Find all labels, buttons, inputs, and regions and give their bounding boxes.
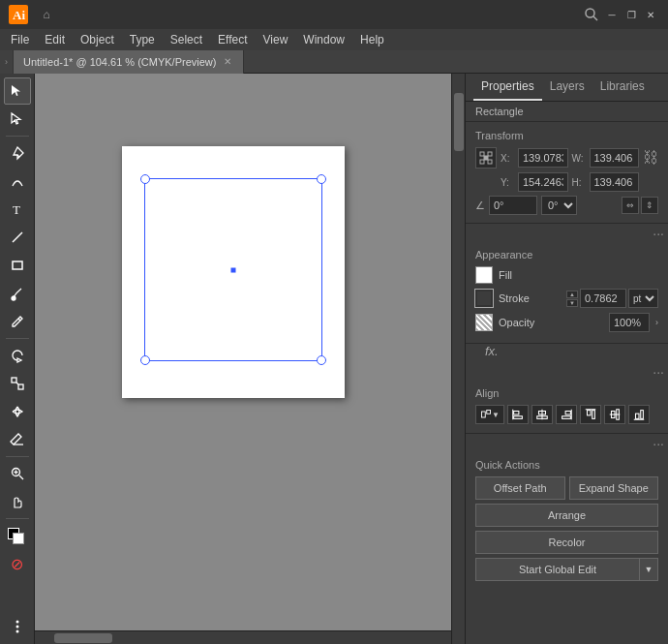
horizontal-scrollbar[interactable] [35,630,451,644]
stroke-swatch[interactable] [475,290,493,307]
svg-rect-9 [12,378,16,383]
align-to-dropdown[interactable]: ▼ [475,405,504,424]
stroke-unit-dropdown[interactable]: pt [628,289,658,308]
align-left-button[interactable] [507,405,529,424]
canvas-area[interactable] [35,74,465,644]
menu-view[interactable]: View [257,31,295,48]
angle-input[interactable] [489,196,537,215]
warp-tool[interactable] [4,398,31,425]
more-tools[interactable] [4,613,31,640]
w-input[interactable] [590,148,640,168]
menu-type[interactable]: Type [123,31,162,48]
menu-effect[interactable]: Effect [211,31,254,48]
zoom-tool[interactable] [4,460,31,487]
menu-help[interactable]: Help [353,31,391,48]
eraser-tool[interactable] [4,426,31,453]
artboard [122,146,345,398]
paintbrush-tool[interactable] [4,280,31,307]
minimize-button[interactable]: ─ [602,5,622,24]
arrange-button[interactable]: Arrange [475,504,658,527]
tab-close-button[interactable]: ✕ [222,56,233,68]
stroke-input[interactable] [580,289,626,308]
pen-tool[interactable] [4,139,31,167]
pencil-tool[interactable] [4,308,31,335]
transform-more-button[interactable]: ··· [653,226,664,241]
appearance-more-button[interactable]: ··· [653,364,664,380]
svg-rect-21 [488,152,492,156]
tab-properties[interactable]: Properties [473,74,542,101]
recolor-button[interactable]: Recolor [475,531,658,554]
transform-anchor-icon[interactable] [475,147,497,169]
type-tool[interactable]: T [4,196,31,223]
corner-handle-br[interactable] [317,355,326,365]
stroke-up-button[interactable]: ▲ [566,291,578,298]
tab-libraries[interactable]: Libraries [592,74,653,101]
horizontal-scroll-thumb[interactable] [54,633,112,643]
transform-more: ··· [466,224,668,243]
corner-handle-tr[interactable] [317,174,326,184]
corner-handle-bl[interactable] [140,355,150,365]
expand-shape-button[interactable]: Expand Shape [569,476,659,500]
svg-point-2 [586,9,594,17]
align-right-button[interactable] [556,405,577,424]
offset-path-button[interactable]: Offset Path [475,476,565,500]
hand-tool[interactable] [4,488,31,515]
menu-file[interactable]: File [4,31,36,48]
vertical-scroll-thumb[interactable] [454,93,464,151]
app-logo: Ai [8,4,29,25]
fill-swatch[interactable] [475,266,493,284]
angle-dropdown[interactable]: 0° [541,196,577,215]
line-tool[interactable] [4,224,31,251]
selected-rectangle[interactable] [144,178,322,361]
tab-layers[interactable]: Layers [542,74,592,101]
svg-rect-23 [488,160,492,164]
x-input[interactable] [518,148,568,168]
angle-label: ∠ [475,199,485,212]
svg-text:Ai: Ai [13,8,25,22]
home-icon[interactable]: ⌂ [37,5,56,24]
fx-label[interactable]: fx. [475,342,508,362]
stroke-down-button[interactable]: ▼ [566,299,578,307]
menu-window[interactable]: Window [296,31,351,48]
start-global-edit-button[interactable]: Start Global Edit [475,558,639,581]
scale-tool[interactable] [4,370,31,397]
align-center-h-button[interactable] [531,405,553,424]
flip-vertical-button[interactable]: ⇕ [641,197,658,214]
start-global-edit-dropdown: Start Global Edit ▼ [475,558,658,581]
svg-line-5 [13,232,22,242]
corner-handle-tl[interactable] [140,174,150,184]
menu-object[interactable]: Object [74,31,121,48]
object-type-label: Rectangle [466,102,668,122]
rotate-tool[interactable] [4,342,31,369]
doc-tab-title: Untitled-1* @ 104.61 % (CMYK/Preview) [23,56,216,68]
fill-stroke-swatches[interactable] [4,522,31,549]
align-bottom-button[interactable] [628,405,650,424]
svg-rect-25 [482,412,486,417]
vertical-scrollbar[interactable] [451,74,465,644]
opacity-arrow[interactable]: › [655,318,658,327]
link-dimensions-icon[interactable]: ⛓ [643,149,658,167]
curvature-tool[interactable] [4,168,31,195]
direct-selection-tool[interactable] [4,106,31,133]
action-row-1: Offset Path Expand Shape [475,476,658,500]
h-input[interactable] [590,172,640,192]
selection-tool[interactable] [4,77,31,105]
menu-select[interactable]: Select [164,31,209,48]
y-input[interactable] [518,172,568,192]
none-fill[interactable]: ⊘ [4,550,31,577]
close-button[interactable]: ✕ [641,5,660,24]
title-search-icon[interactable] [581,4,602,25]
opacity-input[interactable] [609,313,650,332]
restore-button[interactable]: ❐ [622,5,641,24]
rectangle-tool[interactable] [4,252,31,279]
tab-scroll[interactable]: › [0,50,14,74]
align-more-button[interactable]: ··· [653,436,664,451]
start-global-edit-arrow[interactable]: ▼ [639,558,658,581]
align-top-button[interactable] [580,405,601,424]
align-center-v-button[interactable] [604,405,625,424]
flip-horizontal-button[interactable]: ⇔ [622,197,639,214]
doc-tab[interactable]: Untitled-1* @ 104.61 % (CMYK/Preview) ✕ [14,50,244,74]
svg-rect-34 [565,412,570,415]
menu-edit[interactable]: Edit [38,31,72,48]
toolbar-separator-1 [6,136,29,137]
